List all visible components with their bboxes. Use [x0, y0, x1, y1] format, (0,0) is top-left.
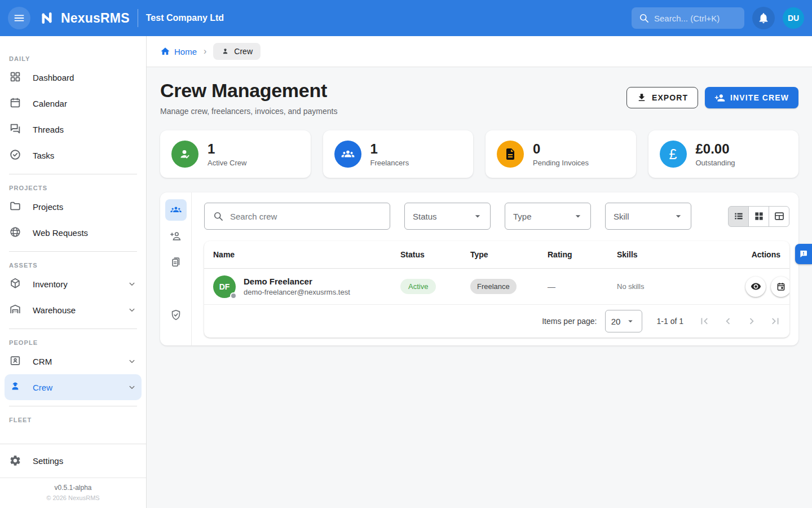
download-icon — [637, 93, 647, 103]
stat-label: Active Crew — [208, 159, 246, 167]
shield-check-icon — [170, 309, 182, 321]
list-view-button[interactable] — [728, 206, 749, 227]
page-title: Crew Management — [160, 80, 337, 102]
status-filter-select[interactable]: Status — [404, 203, 491, 230]
tab-invoices[interactable] — [165, 251, 187, 273]
next-page-button[interactable] — [745, 315, 758, 327]
sidebar-item-label: CRM — [33, 357, 52, 366]
tab-crew-list[interactable] — [165, 199, 187, 221]
table-view-icon — [774, 211, 785, 222]
sidebar-item-web-requests[interactable]: Web Requests — [0, 220, 146, 246]
sidebar-item-projects[interactable]: Projects — [0, 194, 146, 220]
global-search-input[interactable] — [654, 14, 733, 23]
sidebar-nav: DAILY Dashboard Calendar Threads Tasks — [0, 36, 146, 444]
skill-filter-select[interactable]: Skill — [605, 203, 691, 230]
crew-email: demo-freelancer@nexusrms.test — [244, 288, 350, 296]
page-size-select[interactable]: 20 — [605, 310, 642, 332]
sidebar-item-dashboard[interactable]: Dashboard — [0, 64, 146, 90]
sidebar-item-label: Threads — [33, 125, 64, 134]
feedback-button[interactable] — [795, 244, 812, 264]
brand[interactable]: NexusRMS — [37, 8, 130, 28]
paginator: Items per page: 20 1-1 of 1 — [204, 305, 789, 338]
skills-value: No skills — [617, 282, 745, 291]
table-row[interactable]: DF Demo Freelancer demo-freelancer@nexus… — [204, 269, 789, 305]
column-header-actions: Actions — [745, 250, 780, 259]
sidebar-item-crew[interactable]: Crew — [5, 374, 142, 400]
sidebar-item-label: Crew — [33, 383, 52, 392]
crew-search-field[interactable] — [204, 203, 390, 230]
divider — [9, 251, 137, 252]
tab-invite[interactable] — [165, 225, 187, 247]
eye-icon — [751, 281, 761, 292]
column-header-skills: Skills — [617, 250, 745, 259]
grid-view-button[interactable] — [748, 206, 769, 227]
notifications-button[interactable] — [752, 7, 775, 29]
search-icon — [213, 211, 224, 222]
breadcrumb-current-label: Crew — [234, 47, 253, 56]
column-header-status: Status — [400, 250, 470, 259]
stat-label: Freelancers — [370, 159, 409, 167]
table-header-row: Name Status Type Rating Skills Actions — [204, 241, 789, 269]
sidebar-item-label: Web Requests — [33, 228, 88, 238]
last-page-button[interactable] — [769, 315, 782, 327]
gear-icon — [9, 454, 23, 468]
feedback-icon — [799, 249, 808, 259]
sidebar-item-settings[interactable]: Settings — [0, 448, 146, 474]
previous-page-button[interactable] — [722, 315, 734, 327]
table-view-button[interactable] — [769, 206, 789, 227]
chevron-down-icon — [127, 356, 137, 366]
schedule-button[interactable] — [771, 277, 789, 297]
view-button[interactable] — [745, 277, 766, 297]
tab-compliance[interactable] — [165, 304, 187, 326]
column-header-type: Type — [470, 250, 548, 259]
type-filter-select[interactable]: Type — [505, 203, 591, 230]
pound-icon: £ — [660, 141, 687, 168]
type-filter-label: Type — [513, 212, 532, 221]
invite-button-label: INVITE CREW — [730, 93, 789, 102]
page-header: Crew Management Manage crew, freelancers… — [160, 80, 798, 116]
stat-card-outstanding: £ £0.00 Outstanding — [648, 130, 799, 178]
sidebar-settings-block: Settings — [0, 444, 146, 478]
export-button-label: EXPORT — [652, 93, 688, 102]
sidebar-item-crm[interactable]: CRM — [0, 348, 146, 374]
sidebar-footer: v0.5.1-alpha © 2026 NexusRMS — [0, 478, 146, 508]
folder-icon — [9, 200, 23, 213]
crew-search-input[interactable] — [230, 212, 382, 221]
chevron-down-icon — [127, 305, 137, 315]
sidebar-item-threads[interactable]: Threads — [0, 116, 146, 142]
menu-icon[interactable] — [8, 7, 30, 29]
crew-worker-icon — [221, 47, 230, 56]
contact-card-icon — [9, 354, 23, 368]
section-label-people: PEOPLE — [9, 339, 137, 348]
sidebar-item-label: Inventory — [33, 279, 68, 289]
stat-value: 1 — [208, 141, 246, 157]
dropdown-arrow-icon — [625, 316, 636, 326]
groups-icon — [334, 141, 361, 168]
stat-card-freelancers: 1 Freelancers — [323, 130, 474, 178]
sidebar-item-label: Settings — [33, 456, 63, 466]
user-avatar[interactable]: DU — [783, 7, 804, 29]
dropdown-arrow-icon — [472, 211, 483, 222]
sidebar-item-warehouse[interactable]: Warehouse — [0, 297, 146, 323]
sidebar-item-inventory[interactable]: Inventory — [0, 271, 146, 297]
sidebar-item-calendar[interactable]: Calendar — [0, 90, 146, 116]
dashboard-icon — [9, 71, 23, 84]
invite-crew-button[interactable]: INVITE CREW — [705, 87, 798, 108]
stat-card-active-crew: 1 Active Crew — [160, 130, 311, 178]
stat-value: 0 — [533, 141, 589, 157]
invoice-icon — [497, 141, 524, 168]
divider — [9, 329, 137, 329]
breadcrumb-home-link[interactable]: Home — [160, 46, 197, 56]
sidebar-item-label: Dashboard — [33, 73, 74, 82]
page-subtitle: Manage crew, freelancers, invoices, and … — [160, 107, 337, 116]
breadcrumb: Home › Crew — [147, 36, 812, 67]
sidebar-item-tasks[interactable]: Tasks — [0, 142, 146, 168]
topbar-divider — [138, 9, 138, 27]
first-page-button[interactable] — [698, 315, 710, 327]
stat-label: Outstanding — [696, 159, 735, 167]
check-circle-icon — [9, 148, 23, 162]
global-search[interactable] — [632, 7, 744, 29]
export-button[interactable]: EXPORT — [626, 87, 698, 108]
breadcrumb-current-chip: Crew — [213, 43, 261, 60]
breadcrumb-home-label: Home — [174, 47, 197, 56]
